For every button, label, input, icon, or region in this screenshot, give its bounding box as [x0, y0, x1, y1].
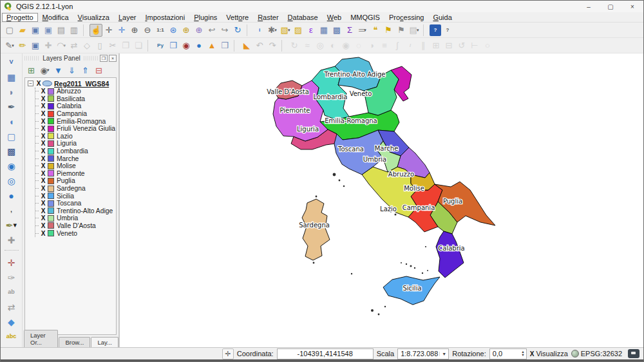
new-print-composer-button[interactable]: ▤	[55, 24, 68, 37]
statistical-summary-button[interactable]: Σ	[343, 24, 356, 37]
menu-impostazioni[interactable]: Impostazioni	[140, 13, 189, 22]
add-oracle-layer-button[interactable]: ▢	[4, 129, 19, 144]
zoom-last-button[interactable]: ↩	[205, 24, 218, 37]
zoom-to-layer-button[interactable]: ⊕	[193, 24, 205, 37]
layer-item-trentino-alto-adige[interactable]: XTrentino-Alto Adige	[35, 207, 116, 215]
layer-checkbox[interactable]: X	[39, 185, 47, 192]
expand-all-button[interactable]: ⇓	[66, 64, 78, 77]
layer-root-row[interactable]: − X Reg2011_WGS84	[26, 79, 116, 88]
add-raster-layer-button[interactable]: ▦	[4, 70, 19, 84]
layer-item-umbria[interactable]: XUmbria	[35, 214, 116, 222]
layer-checkbox[interactable]: X	[39, 200, 47, 207]
layer-checkbox[interactable]: X	[39, 140, 47, 147]
float-panel-button[interactable]: ❐	[100, 55, 108, 62]
deselect-features-button[interactable]: ▨	[292, 24, 305, 37]
layer-item-piemonte[interactable]: XPiemonte	[35, 170, 116, 178]
torch-button[interactable]: ▲	[205, 39, 218, 52]
add-wcs-layer-button[interactable]: ◎	[4, 173, 19, 188]
whats-this-button[interactable]: ?	[441, 24, 454, 37]
map-window-button[interactable]: ❒	[218, 39, 231, 52]
help-contents-button[interactable]: ?	[430, 24, 441, 36]
new-spatialite-layer-button[interactable]: ✒▾	[4, 218, 19, 233]
add-circular-string-button[interactable]: ◠▾	[55, 39, 68, 52]
layer-checkbox[interactable]: X	[39, 207, 47, 214]
add-part-button[interactable]: ◐	[327, 39, 339, 52]
offset-curve-button[interactable]: ≡	[378, 39, 391, 52]
menu-processing[interactable]: Processing	[384, 13, 428, 22]
layer-item-calabria[interactable]: XCalabria	[35, 102, 116, 110]
remove-layer-button[interactable]: ⊟	[93, 64, 105, 77]
zoom-native-button[interactable]: 1:1	[154, 24, 167, 37]
pan-to-selection-button[interactable]: ✛	[115, 24, 128, 37]
dropdown-arrow-icon[interactable]: ▾	[63, 43, 66, 48]
panel-tab-brow[interactable]: Brow...	[59, 337, 90, 347]
paste-features-button[interactable]: ❏	[132, 39, 145, 52]
panel-grip[interactable]	[84, 56, 99, 61]
add-postgis-layer-button[interactable]: ◗	[4, 84, 19, 99]
menu-modifica[interactable]: Modifica	[38, 13, 73, 22]
new-bookmark-button[interactable]: ⚑	[382, 24, 395, 37]
add-spatialite-layer-button[interactable]: ✒	[4, 99, 19, 114]
layer-item-sardegna[interactable]: XSardegna	[35, 185, 116, 193]
form-window-button[interactable]: ❒	[167, 39, 180, 52]
log-messages-button[interactable]	[628, 349, 639, 358]
delete-selected-button[interactable]: ▯	[93, 39, 106, 52]
menu-guida[interactable]: Guida	[428, 13, 456, 22]
show-bookmarks-button[interactable]: ⚑	[395, 24, 408, 37]
layer-checkbox[interactable]: X	[39, 88, 47, 95]
layer-checkbox[interactable]: X	[35, 80, 43, 87]
menu-layer[interactable]: Layer	[114, 13, 141, 22]
layer-name[interactable]: Reg2011_WGS84	[54, 80, 109, 88]
layer-checkbox[interactable]: X	[39, 118, 47, 125]
delete-ring-button[interactable]: ◌	[352, 39, 365, 52]
dropdown-arrow-icon[interactable]: ▾	[12, 43, 14, 48]
text-annotation-button[interactable]: ▤▾	[408, 24, 421, 37]
add-wms-layer-button[interactable]: ◉	[4, 158, 19, 173]
add-db2-layer-button[interactable]: ▩	[4, 144, 19, 158]
coordinate-capture-button[interactable]: ✛	[222, 348, 234, 359]
map-tips-button[interactable]: ❝	[369, 24, 382, 37]
filter-legend-button[interactable]: ▼	[52, 64, 64, 77]
dropdown-arrow-icon[interactable]: ▾	[274, 28, 277, 33]
move-feature-button[interactable]: ⇄	[68, 39, 80, 52]
layer-checkbox[interactable]: X	[39, 170, 47, 177]
show-hide-labels-button[interactable]: ab	[4, 285, 19, 300]
layer-checkbox[interactable]: X	[39, 214, 47, 222]
circular-arrow-button[interactable]: ○	[481, 39, 494, 52]
new-project-button[interactable]: ▢	[3, 24, 16, 37]
layer-checkbox[interactable]: X	[39, 125, 47, 132]
layer-checkbox[interactable]: X	[39, 155, 47, 162]
layer-item-lombardia[interactable]: XLombardia	[35, 148, 116, 155]
layer-item-campania[interactable]: XCampania	[35, 110, 116, 118]
layer-item-liguria[interactable]: XLiguria	[35, 140, 116, 148]
reshape-features-button[interactable]: ∫	[391, 39, 404, 52]
render-checkbox[interactable]: X Visualizza	[530, 350, 568, 357]
layer-checkbox[interactable]: X	[39, 230, 47, 237]
zoom-to-selection-button[interactable]: ⊕	[180, 24, 193, 37]
dropdown-arrow-icon[interactable]: ▾	[417, 28, 419, 33]
layer-item-abruzzo[interactable]: XAbruzzo	[35, 88, 116, 95]
node-tool-button[interactable]: ◇	[80, 39, 93, 52]
layer-checkbox[interactable]: X	[39, 177, 47, 184]
save-layer-edits-button[interactable]: ▣	[29, 39, 42, 52]
add-group-button[interactable]: ⊞	[25, 64, 37, 77]
python-console-button[interactable]: Py	[154, 39, 167, 52]
layer-item-friuli-venezia-giulia[interactable]: XFriuli Venezia Giulia	[35, 125, 116, 133]
highlight-pinned-labels-button[interactable]: ✛	[4, 255, 19, 270]
zoom-out-button[interactable]: ⊖	[141, 24, 154, 37]
add-vector-layer-button[interactable]: V	[4, 55, 19, 70]
panel-tab-lay[interactable]: Lay...	[91, 337, 118, 347]
trim-extend-button[interactable]: ⊢	[468, 39, 481, 52]
layer-item-sicilia[interactable]: XSicilia	[35, 192, 116, 200]
menu-plugins[interactable]: Plugins	[189, 13, 222, 22]
layer-checkbox[interactable]: X	[39, 222, 47, 229]
undo-button[interactable]: ↶	[253, 39, 266, 52]
layer-item-basilicata[interactable]: XBasilicata	[35, 95, 116, 103]
menu-mmqgis[interactable]: MMQGIS	[346, 13, 384, 22]
menu-raster[interactable]: Raster	[253, 13, 283, 22]
georeferencer-button[interactable]: ◉	[180, 39, 193, 52]
new-shapefile-layer-button[interactable]: ✚	[4, 233, 19, 247]
region-sardegna[interactable]	[302, 199, 330, 260]
cut-features-button[interactable]: ✂	[106, 39, 119, 52]
manage-visibility-button[interactable]: ◉▾	[39, 64, 51, 77]
